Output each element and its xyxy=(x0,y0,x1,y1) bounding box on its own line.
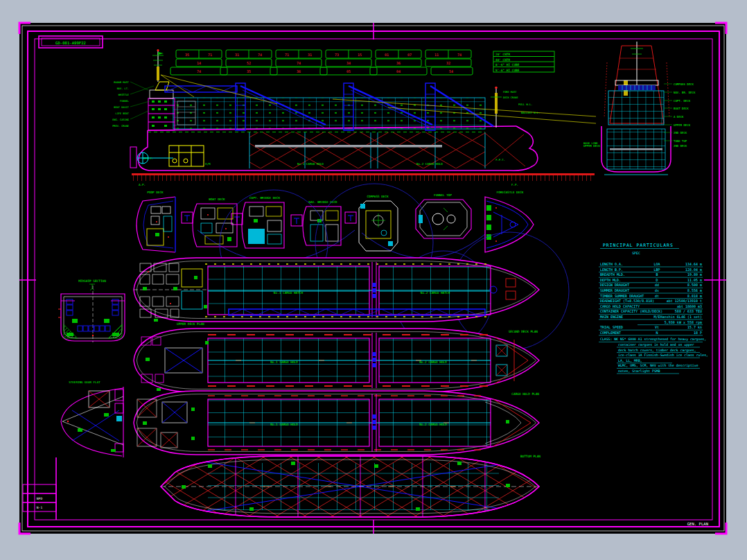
label-hold1: No.1 CARGO HOLD xyxy=(297,162,324,166)
hatch-label: No.1 CARGO HOLD xyxy=(270,423,298,426)
hatch-label: No.1 CARGO HOLD xyxy=(270,360,298,364)
bay-no: 04 xyxy=(396,69,401,73)
label-wl1: FULL W.L. xyxy=(518,103,533,106)
bay-no: 11 xyxy=(434,53,439,57)
row-label: CONTAINER CAPACITY (HOLD/DECK) xyxy=(600,309,662,313)
bay-no: 36 xyxy=(297,69,301,73)
bay-no: 71 xyxy=(208,53,212,57)
table-subtitle: SPEC xyxy=(632,252,640,255)
bay-no: 01 xyxy=(385,53,389,57)
row-value: 5,930 kW x 558 rpm xyxy=(665,320,702,325)
row-label: COMPLEMENT xyxy=(600,331,621,335)
row-value: abt 12500/13910 t xyxy=(667,299,702,303)
note-line: WLMC, UMS, SCM, NAV with the descriptive xyxy=(618,364,698,367)
row-code: D xyxy=(656,278,658,282)
view-title: UPPER DECK PLAN xyxy=(177,322,204,326)
row-value: 128.04 m xyxy=(685,268,702,272)
row-label: LENGTH B.P. xyxy=(600,268,623,272)
table-title: PRINCIPAL PARTICULARS xyxy=(603,243,674,248)
deck-label-right: 2ND DECK xyxy=(674,144,687,148)
row-label: CARGO HOLD CAPACITY xyxy=(600,304,640,308)
bay-no: 74 xyxy=(297,61,301,65)
view-title: SECOND DECK PLAN xyxy=(509,330,538,333)
rev-entry: N-1 xyxy=(37,506,43,509)
legend-line: 40' CNTR xyxy=(495,58,511,62)
row-value: 18 P xyxy=(694,331,702,335)
row-value: 588 / 633 TEU xyxy=(675,309,702,313)
note-line: LA, LL, MRB, xyxy=(618,359,642,362)
legend-line: 9'-6" HI CUBE xyxy=(495,69,520,72)
callout: DECK CRANE xyxy=(503,96,518,99)
view-title: FUNNEL TOP xyxy=(434,193,452,197)
bay-no: 71 xyxy=(285,53,289,57)
label-apt: A.P.T. xyxy=(143,157,153,160)
row-code: M/E xyxy=(653,315,660,319)
callout: PROV. CRANE xyxy=(112,125,129,128)
view-title: MIDSHIP SECTION xyxy=(78,279,106,283)
row-code: dt xyxy=(655,294,659,298)
callout: WHISTLE xyxy=(118,94,129,96)
deck-label: CAPT. DECK xyxy=(674,99,691,103)
row-label: DESIGN DRAUGHT xyxy=(600,283,629,287)
label-ap: A.P. xyxy=(139,183,146,186)
note-line: ice-class 1A Finnish-Swedish ice class r… xyxy=(618,353,708,357)
row-code: LBP xyxy=(653,268,660,272)
row-value: 134.64 m xyxy=(685,262,702,266)
row-label: SUMMER DRAUGHT xyxy=(600,288,629,292)
view-title: POOP DECK xyxy=(147,191,164,194)
row-value: 19.80 m xyxy=(687,272,702,277)
bay-no: 35 xyxy=(185,53,189,57)
bay-no: 73 xyxy=(335,53,339,57)
row-label: DEADWEIGHT (T=8.530/8.818) xyxy=(600,299,654,303)
row-value: 8.818 m xyxy=(687,294,702,298)
row-label: TRIAL SPEED xyxy=(600,325,623,329)
bay-no: 36 xyxy=(396,61,401,65)
bay-no: 05 xyxy=(346,69,351,73)
view-title: CAPT. BRIDGE DECK xyxy=(249,196,280,200)
view-title: BOAT DECK xyxy=(209,198,225,201)
bay-no: 74 xyxy=(258,53,262,57)
label-fp: F.P. xyxy=(511,183,518,186)
row-label: TIMBER SUMMER DRAUGHT xyxy=(600,294,644,298)
row-value: 8.556 m xyxy=(687,288,702,292)
screenshot-root: GD-001-A99P22 35 71 14 74 31 74 52 35 71 xyxy=(0,0,747,560)
bay-no: 07 xyxy=(407,53,412,57)
row-value: Hanshin 6L46 (1 set) xyxy=(660,315,702,319)
bay-no: 31 xyxy=(235,53,239,57)
row-code: LOA xyxy=(653,262,660,266)
row-value: 15.7 kn xyxy=(687,325,702,329)
second-deck-plan: No.1 CARGO HOLD No.2 CARGO HOLD SECOND D… xyxy=(134,329,539,392)
bay-no: 74 xyxy=(197,69,201,73)
ship-general-arrangement-drawing: GD-001-A99P22 35 71 14 74 31 74 52 35 71 xyxy=(0,0,747,560)
drawing-number: GD-001-A99P22 xyxy=(55,41,86,45)
legend-line: 20' CNTR xyxy=(495,53,511,56)
deck-label: COMPASS DECK xyxy=(674,82,694,86)
view-title: STEERING GEAR FLAT xyxy=(69,380,100,384)
rev-entry: NPD xyxy=(37,497,43,500)
hatch-label: No.2 CARGO HOLD xyxy=(419,423,447,426)
bay-no: 35 xyxy=(247,69,251,73)
deck-label-left: UPPER DECK xyxy=(583,144,601,148)
bay-no: 52 xyxy=(247,61,251,65)
hatch-label: No.2 CARGO HATCH xyxy=(421,291,450,295)
legend-line: 8'-6" HI CUBE xyxy=(495,63,520,67)
label-engine-room: E/R xyxy=(205,162,211,166)
callout: NAV. LT. xyxy=(117,87,129,90)
bottom-plan: BOTTOM PLAN xyxy=(159,455,541,518)
deck-label: BOAT DECK xyxy=(674,107,689,110)
bay-no: 14 xyxy=(197,61,201,65)
bay-no: 54 xyxy=(449,69,453,73)
row-value: 8.500 m xyxy=(687,283,702,287)
view-title: NAV. BRIDGE DECK xyxy=(308,200,337,204)
hatch-label: No.2 CARGO HOLD xyxy=(419,360,447,364)
deck-label: UPPER DECK xyxy=(674,123,691,127)
deck-label: TANK TOP xyxy=(674,139,687,143)
callout: FUNNEL xyxy=(120,100,129,103)
row-code: dd xyxy=(655,283,659,287)
callout: RADAR MAST xyxy=(114,81,129,84)
row-code: N xyxy=(656,331,658,335)
row-code: B xyxy=(656,272,658,277)
deck-label: A DECK xyxy=(674,115,684,119)
callout: BOAT DAVIT xyxy=(114,106,129,109)
label-hold2: No.2 CARGO HOLD xyxy=(416,162,443,166)
